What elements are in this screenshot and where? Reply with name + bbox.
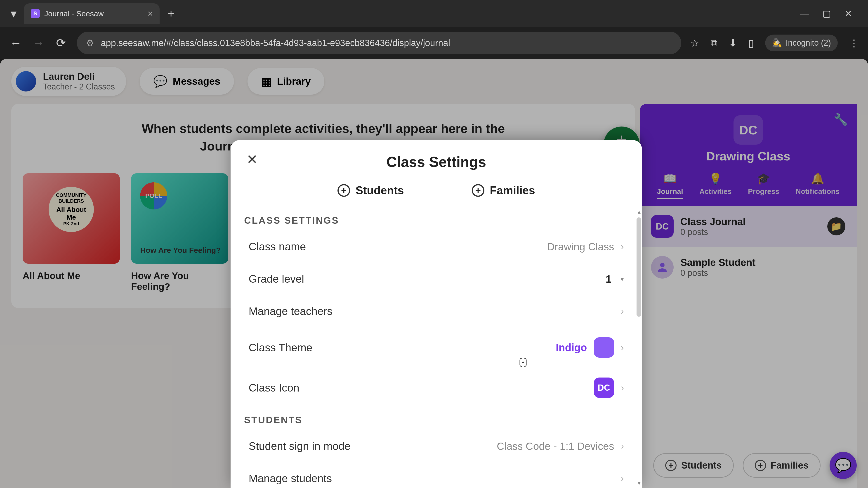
chevron-right-icon: ›: [621, 383, 624, 393]
url-field[interactable]: ⚙ app.seesaw.me/#/class/class.013e8bba-5…: [77, 32, 681, 54]
modal-body[interactable]: ▴ ▾ CLASS SETTINGS Class name Drawing Cl…: [230, 208, 642, 488]
bookmark-star-icon[interactable]: ☆: [690, 37, 699, 49]
chevron-right-icon: ›: [621, 306, 624, 316]
scroll-up-icon[interactable]: ▴: [638, 208, 641, 215]
modal-tab-students[interactable]: + Students: [338, 184, 404, 197]
tab-list-chevron-icon[interactable]: ▾: [7, 7, 20, 20]
theme-swatch: [594, 337, 614, 358]
site-settings-icon[interactable]: ⚙: [86, 38, 94, 48]
scroll-down-icon[interactable]: ▾: [638, 480, 641, 487]
reload-icon[interactable]: ⟳: [54, 36, 68, 50]
browser-tab[interactable]: S Journal - Seesaw ×: [24, 3, 160, 24]
modal-tab-families[interactable]: + Families: [472, 184, 535, 197]
new-tab-button[interactable]: +: [163, 7, 179, 20]
modal-title: Class Settings: [230, 140, 642, 180]
section-header: STUDENTS: [244, 415, 628, 425]
page-viewport: Lauren Deli Teacher - 2 Classes 💬 Messag…: [0, 59, 868, 488]
incognito-indicator[interactable]: 🕵 Incognito (2): [765, 35, 838, 51]
forward-icon: →: [32, 36, 45, 50]
row-class-name[interactable]: Class name Drawing Class ›: [244, 230, 628, 263]
plus-circle-icon: +: [338, 184, 350, 197]
scrollbar-thumb[interactable]: [637, 217, 641, 317]
chevron-right-icon: ›: [621, 441, 624, 451]
extensions-icon[interactable]: ⧉: [710, 37, 717, 49]
row-manage-teachers[interactable]: Manage teachers ›: [244, 295, 628, 327]
section-header: CLASS SETTINGS: [244, 215, 628, 226]
class-icon-swatch: DC: [594, 378, 614, 398]
caret-down-icon: ▾: [620, 275, 624, 283]
row-class-theme[interactable]: Class Theme Indigo ›: [244, 327, 628, 367]
minimize-icon[interactable]: —: [800, 8, 809, 19]
cursor-icon: [518, 357, 528, 370]
plus-circle-icon: +: [472, 184, 485, 197]
incognito-label: Incognito (2): [786, 38, 831, 48]
tab-bar: ▾ S Journal - Seesaw × + — ▢ ✕: [0, 0, 868, 27]
browser-chrome: ▾ S Journal - Seesaw × + — ▢ ✕ ← → ⟳ ⚙ a…: [0, 0, 868, 59]
url-text: app.seesaw.me/#/class/class.013e8bba-54f…: [101, 38, 450, 48]
menu-dots-icon[interactable]: ⋮: [849, 37, 859, 49]
close-window-icon[interactable]: ✕: [844, 8, 852, 19]
tab-title: Journal - Seesaw: [44, 9, 104, 18]
chevron-right-icon: ›: [621, 241, 624, 252]
class-settings-modal: ✕ Class Settings + Students + Families ▴…: [230, 140, 642, 488]
close-tab-icon[interactable]: ×: [148, 8, 153, 19]
window-controls: — ▢ ✕: [800, 8, 861, 19]
incognito-icon: 🕵: [772, 38, 782, 48]
row-class-icon[interactable]: Class Icon DC ›: [244, 367, 628, 408]
svg-point-1: [523, 362, 524, 363]
row-grade-level[interactable]: Grade level 1 ▾: [244, 263, 628, 295]
chevron-right-icon: ›: [621, 473, 624, 484]
row-signin-mode[interactable]: Student sign in mode Class Code - 1:1 De…: [244, 430, 628, 462]
row-manage-students[interactable]: Manage students ›: [244, 462, 628, 488]
back-icon[interactable]: ←: [9, 36, 23, 50]
seesaw-favicon-icon: S: [31, 9, 40, 18]
modal-tabs: + Students + Families: [230, 180, 642, 208]
reader-icon[interactable]: ▯: [748, 37, 754, 49]
download-icon[interactable]: ⬇: [729, 37, 737, 49]
chevron-right-icon: ›: [621, 343, 624, 353]
maximize-icon[interactable]: ▢: [822, 8, 831, 19]
address-bar: ← → ⟳ ⚙ app.seesaw.me/#/class/class.013e…: [0, 27, 868, 59]
close-modal-icon[interactable]: ✕: [246, 151, 258, 167]
